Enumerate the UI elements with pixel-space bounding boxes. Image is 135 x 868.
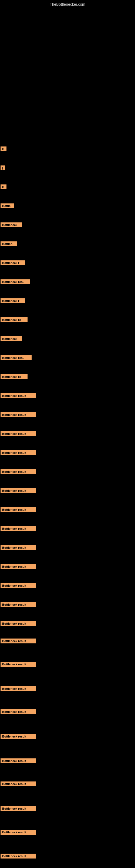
bottleneck-item: Bottleneck result — [1, 854, 36, 859]
site-title: TheBottlenecker.com — [50, 2, 85, 6]
bottleneck-item: Bottleneck resu — [1, 279, 30, 284]
bottleneck-item: Bottleneck result — [1, 526, 36, 531]
bottleneck-item: Bottleneck result — [1, 412, 36, 417]
bottleneck-item: Bottleneck result — [1, 709, 36, 714]
bottleneck-item: Bottleneck result — [1, 450, 36, 455]
bottleneck-item: Bottleneck result — [1, 431, 36, 436]
bottleneck-item: Bottleneck re — [1, 317, 28, 322]
bottleneck-item: | — [1, 165, 5, 170]
bottleneck-item: Bottle — [1, 204, 14, 208]
bottleneck-item: Bottleneck — [1, 336, 22, 341]
bottleneck-item: Bottleneck result — [1, 393, 36, 398]
bottleneck-item: Bottleneck r — [1, 260, 25, 265]
bottleneck-item: Bottleneck result — [1, 602, 36, 607]
bottleneck-item: B — [1, 147, 6, 151]
bottleneck-item: Bottleneck result — [1, 488, 36, 493]
bottleneck-item: Bottleneck — [1, 222, 22, 227]
bottleneck-item: Bottleneck result — [1, 734, 36, 739]
bottleneck-item: B — [1, 184, 6, 189]
bottleneck-item: Bottleneck result — [1, 639, 36, 643]
bottleneck-item: Bottleneck result — [1, 507, 36, 512]
bottleneck-item: Bottleneck result — [1, 758, 36, 763]
bottleneck-item: Bottleneck result — [1, 806, 36, 811]
bottleneck-item: Bottleneck result — [1, 621, 36, 626]
bottleneck-item: Bottleneck result — [1, 830, 36, 835]
bottleneck-item: Bottleneck result — [1, 564, 36, 569]
bottleneck-item: Bottleneck result — [1, 662, 36, 667]
bottleneck-item: Bottleneck r — [1, 299, 25, 303]
bottleneck-item: Bottleneck result — [1, 583, 36, 588]
bottleneck-item: Bottleneck result — [1, 686, 36, 691]
bottleneck-item: Bottleneck result — [1, 545, 36, 550]
bottleneck-item: Bottleneck result — [1, 469, 36, 474]
bottleneck-item: Bottleneck re — [1, 374, 28, 379]
bottleneck-item: Bottleneck resu — [1, 355, 32, 360]
bottleneck-item: Bottlen — [1, 241, 17, 246]
bottleneck-item: Bottleneck result — [1, 781, 36, 786]
